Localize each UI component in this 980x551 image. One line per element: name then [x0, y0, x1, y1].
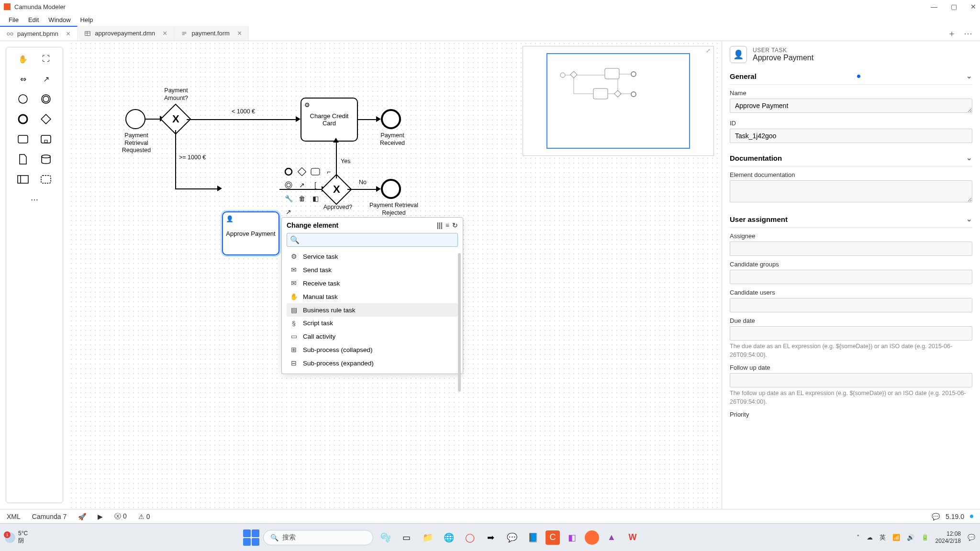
doc-input[interactable] [730, 180, 972, 202]
tray-wifi-icon[interactable]: 📶 [892, 534, 900, 541]
feedback-icon[interactable]: 💬 [932, 513, 940, 520]
opt-subprocess-expanded[interactable]: ⊟Sub-process (expanded) [287, 356, 458, 370]
diagram-canvas[interactable]: Payment Retrieval Requested X Payment Am… [69, 41, 722, 509]
lasso-tool[interactable]: ⛶ [38, 51, 54, 66]
pad-append-end-event[interactable] [283, 166, 294, 177]
sequence-flow-ge1000[interactable] [175, 188, 218, 189]
taskbar-app-icon[interactable]: ▲ [603, 529, 620, 546]
due-date-input[interactable] [730, 326, 972, 341]
taskbar-terminal-icon[interactable]: ➡ [482, 529, 500, 546]
candidate-groups-input[interactable] [730, 270, 972, 284]
opt-manual-task[interactable]: ✋Manual task [287, 290, 458, 303]
sequence-flow[interactable] [145, 119, 161, 120]
data-object-tool[interactable] [15, 152, 31, 167]
sequence-flow[interactable] [279, 189, 323, 190]
xml-toggle[interactable]: XML [7, 513, 21, 520]
tab-close-icon[interactable]: × [237, 29, 242, 38]
taskbar-taskview-icon[interactable]: ▭ [398, 529, 415, 546]
deploy-icon[interactable]: 🚀 [78, 513, 86, 520]
assignee-input[interactable] [730, 242, 972, 256]
opt-service-task[interactable]: ⚙Service task [287, 250, 458, 263]
start-button[interactable] [243, 529, 259, 546]
opt-subprocess-collapsed[interactable]: ⊞Sub-process (collapsed) [287, 343, 458, 356]
subprocess-tool[interactable] [38, 132, 54, 147]
maximize-button[interactable]: ▢ [951, 3, 957, 11]
tray-chevron-icon[interactable]: ˄ [857, 534, 860, 541]
intermediate-event-tool[interactable] [38, 91, 54, 107]
taskbar-intellij-icon[interactable]: ◧ [564, 529, 581, 546]
popup-search[interactable]: 🔍 [287, 233, 458, 247]
tab-close-icon[interactable]: × [66, 30, 70, 38]
view-list-icon[interactable]: ≡ [445, 221, 449, 229]
sequence-flow-no[interactable] [347, 189, 377, 190]
taskbar-wechat-icon[interactable]: 💬 [503, 529, 521, 546]
taskbar-notes-icon[interactable]: 📘 [524, 529, 542, 546]
pool-tool[interactable] [15, 172, 31, 187]
id-input[interactable] [730, 129, 972, 143]
start-event-tool[interactable] [15, 91, 31, 107]
view-refresh-icon[interactable]: ↻ [452, 221, 458, 229]
follow-up-date-input[interactable] [730, 373, 972, 387]
opt-send-task[interactable]: ✉Send task [287, 263, 458, 276]
taskbar-weather[interactable]: 1 5°C 阴 [5, 530, 28, 545]
menu-help[interactable]: Help [77, 15, 97, 24]
new-tab-button[interactable]: ＋ [947, 28, 956, 39]
taskbar-camunda-icon[interactable]: C [546, 530, 560, 545]
task-charge-credit-card[interactable]: ⚙ Charge Credit Card [301, 98, 358, 142]
tray-ime-label[interactable]: 英 [880, 533, 886, 542]
menu-file[interactable]: File [5, 15, 22, 24]
tab-close-icon[interactable]: × [163, 29, 167, 38]
menu-edit[interactable]: Edit [24, 15, 43, 24]
opt-business-rule-task[interactable]: ▤Business rule task [287, 303, 458, 317]
taskbar-search[interactable]: 🔍 搜索 [263, 530, 373, 545]
opt-script-task[interactable]: §Script task [287, 317, 458, 330]
tray-notifications-icon[interactable]: 💬 [968, 534, 975, 541]
space-tool[interactable]: ⇔ [15, 71, 31, 87]
minimap-collapse-icon[interactable]: ⤢ [706, 47, 711, 54]
hand-tool[interactable]: ✋ [15, 51, 31, 66]
engine-label[interactable]: Camunda 7 [32, 513, 67, 520]
name-input[interactable] [730, 99, 972, 113]
pad-append-task[interactable] [310, 166, 321, 177]
section-user-assignment[interactable]: User assignment ⌄ [730, 211, 972, 228]
sequence-flow[interactable] [358, 119, 377, 120]
start-event[interactable] [125, 109, 145, 129]
tab-approvepayment-dmn[interactable]: approvepayment.dmn × [78, 26, 174, 41]
task-tool[interactable] [15, 132, 31, 147]
opt-call-activity[interactable]: ▭Call activity [287, 330, 458, 343]
taskbar-copilot-icon[interactable]: 🫧 [377, 529, 394, 546]
problems-warnings[interactable]: ⚠ 0 [138, 513, 150, 520]
section-documentation[interactable]: Documentation ⌄ [730, 150, 972, 166]
tab-payment-form[interactable]: payment.form × [174, 26, 249, 41]
tab-overflow-icon[interactable]: ⋯ [964, 28, 972, 39]
sequence-flow-yes[interactable] [336, 142, 337, 178]
candidate-users-input[interactable] [730, 298, 972, 312]
tray-clock[interactable]: 12:08 2024/2/18 [935, 530, 961, 545]
taskbar-wps-icon[interactable]: W [624, 529, 641, 546]
minimap-viewport[interactable] [546, 53, 690, 149]
close-button[interactable]: ✕ [970, 3, 976, 11]
view-columns-icon[interactable]: ||| [437, 221, 443, 229]
tray-volume-icon[interactable]: 🔊 [907, 534, 914, 541]
problems-errors[interactable]: ⓧ 0 [114, 512, 127, 521]
task-approve-payment[interactable]: 👤 Approve Payment [222, 211, 279, 255]
opt-receive-task[interactable]: ✉Receive task [287, 276, 458, 290]
gateway-tool[interactable] [38, 111, 54, 127]
menu-window[interactable]: Window [45, 15, 74, 24]
tray-battery-icon[interactable]: 🔋 [921, 534, 929, 541]
run-icon[interactable]: ▶ [98, 513, 103, 520]
end-event-received[interactable] [381, 109, 401, 129]
more-tools-icon[interactable]: ⋯ [27, 192, 42, 207]
end-event-rejected[interactable] [381, 179, 401, 199]
taskbar-postman-icon[interactable] [585, 530, 599, 545]
taskbar-chrome-icon[interactable]: ◯ [461, 529, 479, 546]
connect-tool[interactable]: ↗ [38, 71, 54, 87]
group-tool[interactable] [38, 172, 54, 187]
pad-color[interactable]: ◧ [310, 193, 321, 204]
pad-append-gateway[interactable] [297, 166, 307, 177]
minimap[interactable]: ⤢ [523, 46, 714, 156]
sequence-flow-ge1000[interactable] [175, 130, 176, 188]
data-store-tool[interactable] [38, 152, 54, 167]
popup-scrollbar[interactable] [458, 253, 461, 392]
tray-onedrive-icon[interactable]: ☁ [867, 534, 873, 541]
